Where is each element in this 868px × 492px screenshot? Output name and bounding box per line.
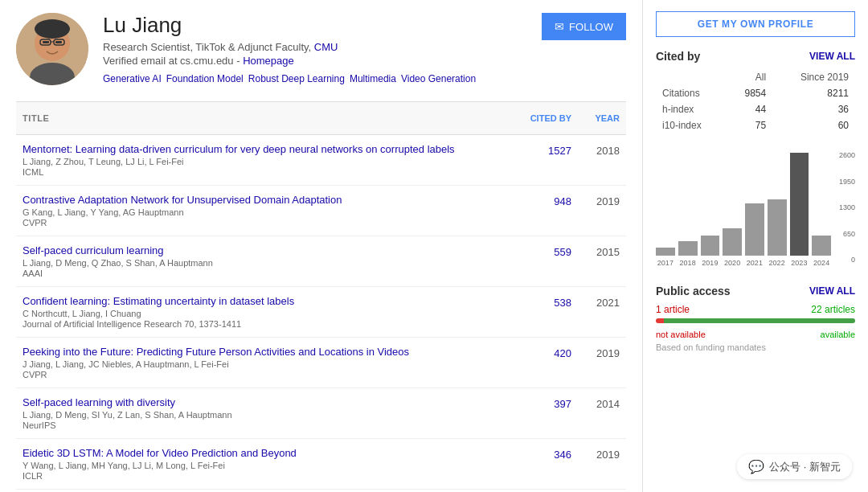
wechat-icon: 💬 — [748, 459, 764, 474]
paper-year: 2019 — [571, 447, 620, 461]
profile-tags: Generative AIFoundation ModelRobust Deep… — [103, 73, 542, 84]
chart-y-label: 2600 — [839, 151, 855, 159]
paper-row: Confident learning: Estimating uncertain… — [16, 287, 626, 338]
view-all-access-link[interactable]: VIEW ALL — [809, 285, 855, 297]
paper-authors: J Jiang, L Jiang, JC Niebles, A Hauptman… — [23, 359, 507, 369]
mail-icon: ✉ — [555, 20, 564, 33]
paper-authors: L Jiang, Z Zhou, T Leung, LJ Li, L Fei-F… — [23, 157, 507, 166]
chart-bar — [656, 248, 675, 256]
stat-all: 44 — [726, 101, 772, 117]
profile-name: Lu Jiang — [103, 13, 542, 38]
paper-year: 2018 — [571, 143, 620, 157]
chart-year-label: 2018 — [678, 259, 698, 267]
wechat-badge: 💬 公众号 · 新智元 — [737, 454, 852, 479]
access-bar-row: 1 article 22 articles — [656, 304, 855, 315]
paper-row: Self-paced curriculum learning L Jiang, … — [16, 236, 626, 287]
stats-row: Citations98548211 — [656, 85, 855, 101]
chart-bar — [723, 228, 742, 256]
paper-row: Eidetic 3D LSTM: A Model for Video Predi… — [16, 439, 626, 490]
paper-authors: Y Wang, L Jiang, MH Yang, LJ Li, M Long,… — [23, 461, 507, 470]
paper-authors: L Jiang, D Meng, Q Zhao, S Shan, A Haupt… — [23, 258, 507, 268]
stat-all: 9854 — [726, 85, 772, 101]
avatar — [16, 13, 88, 85]
get-profile-button[interactable]: GET MY OWN PROFILE — [656, 11, 855, 37]
paper-title[interactable]: Self-paced curriculum learning — [23, 244, 507, 256]
profile-email: Verified email at cs.cmu.edu - Homepage — [103, 55, 542, 67]
access-labels: not available available — [656, 330, 855, 339]
paper-authors: L Jiang, D Meng, SI Yu, Z Lan, S Shan, A… — [23, 410, 507, 420]
not-available-label: not available — [656, 330, 706, 339]
follow-button[interactable]: ✉ FOLLOW — [542, 13, 626, 40]
paper-year: 2015 — [571, 244, 620, 258]
chart-year-label: 2022 — [768, 259, 787, 267]
chart-bar — [678, 241, 698, 256]
paper-title[interactable]: Mentornet: Learning data-driven curricul… — [23, 143, 507, 155]
col-title: TITLE — [16, 109, 514, 128]
paper-venue: Journal of Artificial Intelligence Resea… — [23, 319, 507, 329]
paper-year: 2019 — [571, 194, 620, 207]
table-header: TITLE CITED BY YEAR — [16, 101, 626, 135]
available-label: available — [821, 330, 855, 339]
paper-title[interactable]: Confident learning: Estimating uncertain… — [23, 295, 507, 307]
paper-authors: G Kang, L Jiang, Y Yang, AG Hauptmann — [23, 207, 507, 217]
chart-year-label: 2020 — [723, 259, 742, 267]
chart-year-label: 2024 — [812, 259, 831, 267]
profile-tag[interactable]: Foundation Model — [166, 73, 244, 84]
stat-since: 8211 — [772, 85, 855, 101]
paper-title[interactable]: Contrastive Adaptation Network for Unsup… — [23, 194, 507, 206]
cmu-link[interactable]: CMU — [314, 41, 338, 53]
stat-label: Citations — [656, 85, 726, 101]
stats-header-since: Since 2019 — [772, 69, 855, 85]
stats-row: h-index4436 — [656, 101, 855, 117]
public-access-header: Public access VIEW ALL — [656, 285, 855, 297]
paper-cited: 948 — [507, 194, 571, 207]
chart-year-label: 2023 — [790, 259, 809, 267]
paper-title[interactable]: Peeking into the Future: Predicting Futu… — [23, 346, 507, 358]
chart-bar — [768, 199, 787, 256]
profile-tag[interactable]: Multimedia — [350, 73, 396, 84]
paper-cited: 1527 — [507, 143, 571, 157]
paper-venue: AAAI — [23, 269, 507, 278]
paper-venue: ICML — [23, 167, 507, 177]
paper-year: 2019 — [571, 346, 620, 359]
paper-year: 2014 — [571, 396, 620, 410]
stats-row: i10-index7560 — [656, 117, 855, 133]
view-all-citations-link[interactable]: VIEW ALL — [809, 51, 855, 62]
stat-since: 60 — [772, 117, 855, 133]
stat-label: i10-index — [656, 117, 726, 133]
cited-by-title: Cited by — [656, 50, 700, 63]
access-count-green: 22 articles — [811, 304, 855, 315]
chart-y-label: 650 — [839, 230, 855, 238]
paper-cited: 397 — [507, 396, 571, 410]
chart-year-label: 2017 — [656, 259, 675, 267]
chart-y-label: 1950 — [839, 178, 855, 186]
profile-tag[interactable]: Robust Deep Learning — [248, 73, 345, 84]
chart-y-label: 0 — [839, 256, 855, 264]
paper-row: Mentornet: Learning data-driven curricul… — [16, 135, 626, 186]
paper-info: Self-paced learning with diversity L Jia… — [23, 396, 507, 430]
access-bar-red — [656, 318, 664, 323]
sidebar: GET MY OWN PROFILE Cited by VIEW ALL All… — [643, 0, 868, 492]
svg-point-2 — [35, 19, 70, 39]
paper-venue: CVPR — [23, 218, 507, 228]
paper-title[interactable]: Self-paced learning with diversity — [23, 396, 507, 408]
paper-info: Confident learning: Estimating uncertain… — [23, 295, 507, 329]
profile-info: Lu Jiang Research Scientist, TikTok & Ad… — [103, 13, 542, 84]
col-cited-header: CITED BY — [514, 109, 578, 128]
profile-tag[interactable]: Video Generation — [401, 73, 476, 84]
homepage-link[interactable]: Homepage — [243, 55, 294, 67]
paper-title[interactable]: Eidetic 3D LSTM: A Model for Video Predi… — [23, 447, 507, 459]
stat-all: 75 — [726, 117, 772, 133]
paper-info: Mentornet: Learning data-driven curricul… — [23, 143, 507, 177]
stats-header-empty — [656, 69, 726, 85]
profile-tag[interactable]: Generative AI — [103, 73, 162, 84]
cited-by-header: Cited by VIEW ALL — [656, 50, 855, 63]
paper-cited: 346 — [507, 447, 571, 461]
paper-row: Peeking into the Future: Predicting Futu… — [16, 338, 626, 388]
citation-chart: 20172018201920202021202220232024 2600195… — [656, 143, 855, 272]
public-access-title: Public access — [656, 285, 731, 297]
based-on-text: Based on funding mandates — [656, 342, 855, 352]
papers-list: Mentornet: Learning data-driven curricul… — [16, 135, 626, 490]
col-year-header: YEAR — [578, 109, 626, 128]
stat-label: h-index — [656, 101, 726, 117]
